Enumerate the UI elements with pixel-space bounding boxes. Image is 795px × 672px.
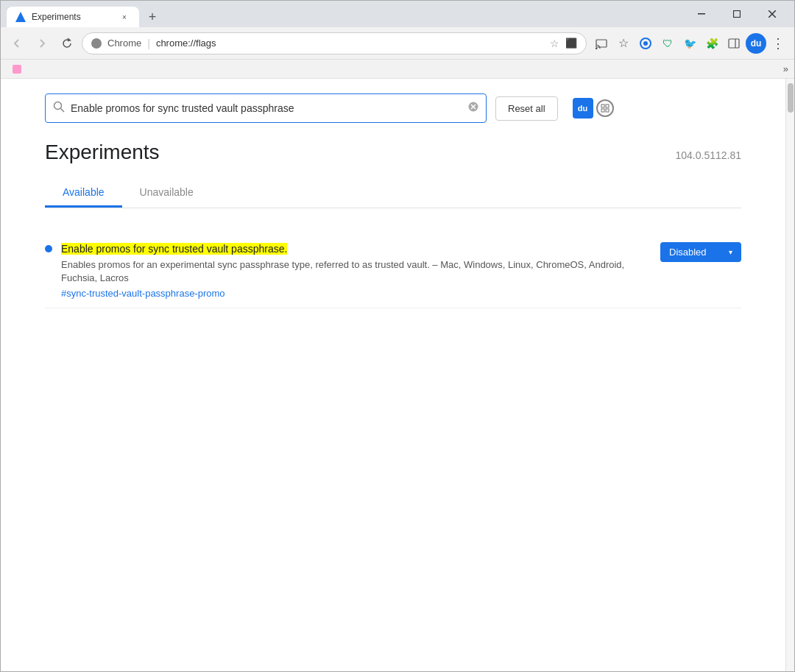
svg-point-10 (54, 102, 62, 110)
site-name-label: Chrome (107, 38, 141, 49)
tab-strip: Experiments × + (7, 1, 685, 27)
flag-status-dropdown[interactable]: Disabled ▾ (660, 242, 741, 262)
profile-avatar[interactable]: du (746, 33, 766, 54)
toolbar: Chrome | ☆ ⬛ ☆ 🛡 🐦 🧩 du ⋮ (1, 27, 794, 60)
star-icon[interactable]: ☆ (550, 38, 559, 49)
flags-header: Reset all du Experiments 104.0.5112.81 (1, 79, 785, 233)
flag-item: Enable promos for sync trusted vault pas… (45, 233, 741, 308)
flags-search-container (45, 93, 487, 123)
svg-rect-1 (734, 11, 741, 18)
titlebar: Experiments × + (1, 1, 794, 27)
close-button[interactable] (756, 2, 788, 26)
address-input[interactable] (156, 38, 544, 49)
scrollbar-thumb[interactable] (788, 83, 794, 113)
search-clear-button[interactable] (468, 102, 478, 115)
svg-rect-4 (596, 40, 607, 47)
address-bar[interactable]: Chrome | ☆ ⬛ (82, 32, 587, 54)
svg-rect-16 (606, 105, 609, 107)
address-separator: | (147, 38, 150, 49)
scrollbar[interactable] (785, 79, 794, 671)
bird-icon[interactable]: 🐦 (679, 33, 700, 54)
chevron-down-icon: ▾ (729, 248, 732, 256)
svg-rect-18 (606, 109, 609, 112)
new-tab-button[interactable]: + (142, 7, 163, 27)
tab-available[interactable]: Available (45, 179, 122, 208)
bookmark-bar: » (1, 60, 794, 79)
refresh-button[interactable] (57, 33, 77, 54)
flag-list: Enable promos for sync trusted vault pas… (1, 233, 785, 308)
svg-rect-0 (698, 13, 705, 15)
back-button[interactable] (7, 33, 27, 54)
search-icon (53, 101, 65, 116)
flag-bullet (45, 245, 52, 252)
page-title: Experiments (45, 141, 160, 164)
bookmarks-more-button[interactable]: » (783, 63, 788, 74)
extra-icon-box[interactable]: du (573, 98, 593, 119)
qr-icon[interactable]: ⬛ (565, 38, 577, 49)
extra-icon-circle[interactable] (596, 99, 614, 117)
minimize-button[interactable] (685, 2, 718, 26)
flag-info: Enable promos for sync trusted vault pas… (61, 242, 646, 299)
tab-unavailable[interactable]: Unavailable (122, 179, 211, 208)
flag-link[interactable]: #sync-trusted-vault-passphrase-promo (61, 288, 646, 299)
sidebar-icon[interactable] (724, 33, 744, 54)
svg-rect-15 (601, 105, 604, 107)
tab-title: Experiments (32, 12, 113, 22)
svg-rect-8 (729, 39, 739, 48)
flags-title-row: Experiments 104.0.5112.81 (45, 141, 741, 164)
svg-rect-17 (601, 109, 604, 112)
flag-control: Disabled ▾ (660, 242, 741, 262)
flags-search-input[interactable] (71, 102, 462, 114)
flags-tabs: Available Unavailable (45, 179, 741, 208)
tab-favicon (15, 12, 26, 22)
chrome-icon[interactable] (635, 33, 656, 54)
menu-button[interactable]: ⋮ (768, 33, 788, 54)
reset-all-button[interactable]: Reset all (495, 96, 558, 121)
cast-icon[interactable] (591, 33, 612, 54)
restore-button[interactable] (721, 2, 753, 26)
flag-name: Enable promos for sync trusted vault pas… (61, 243, 287, 255)
forward-button[interactable] (32, 33, 52, 54)
toolbar-icons: ☆ 🛡 🐦 🧩 du ⋮ (591, 33, 788, 54)
page-content: Reset all du Experiments 104.0.5112.81 (1, 79, 785, 671)
shield-icon[interactable]: 🛡 (657, 33, 678, 54)
bookmark-icon[interactable]: ☆ (613, 33, 634, 54)
window-controls (685, 2, 788, 26)
flag-status-label: Disabled (669, 247, 707, 258)
page: Reset all du Experiments 104.0.5112.81 (1, 79, 794, 671)
bookmark-favicon (13, 65, 21, 74)
svg-point-5 (596, 47, 598, 49)
search-bar-wrap: Reset all du (45, 93, 741, 123)
extras-icons: du (573, 98, 614, 119)
site-security-icon (91, 38, 102, 49)
tab-close-button[interactable]: × (119, 11, 130, 23)
tab-experiments[interactable]: Experiments × (7, 7, 139, 27)
flag-description: Enables promos for an experimental sync … (61, 258, 646, 285)
bookmark-item[interactable] (7, 63, 27, 75)
extensions-icon[interactable]: 🧩 (702, 33, 722, 54)
version-label: 104.0.5112.81 (675, 149, 741, 161)
svg-point-7 (643, 41, 648, 46)
svg-line-11 (61, 109, 65, 113)
